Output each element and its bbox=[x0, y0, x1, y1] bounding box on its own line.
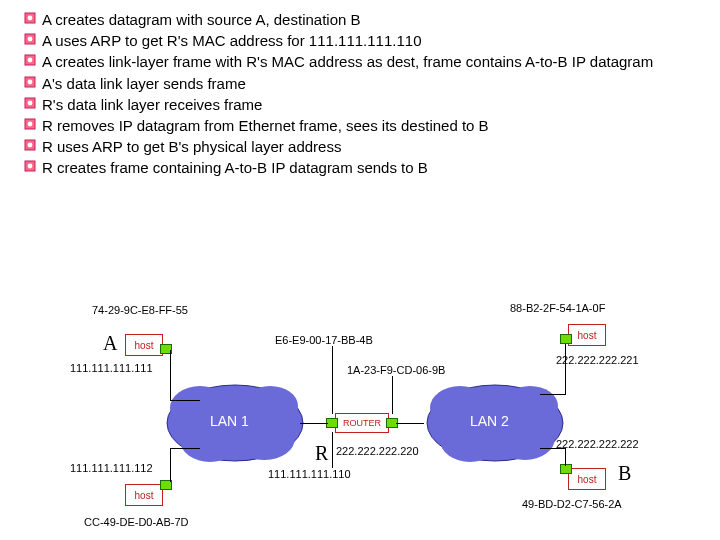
wire bbox=[332, 346, 333, 414]
bullet-item: A uses ARP to get R's MAC address for 11… bbox=[24, 31, 700, 50]
label-b: B bbox=[618, 462, 631, 485]
bullet-text: R's data link layer receives frame bbox=[42, 95, 700, 114]
host-tr: host bbox=[568, 324, 606, 346]
host-a: host bbox=[125, 334, 163, 356]
wire bbox=[540, 448, 566, 449]
wire bbox=[396, 423, 424, 424]
svg-point-5 bbox=[28, 58, 33, 63]
bullet-icon bbox=[24, 54, 42, 66]
bullet-icon bbox=[24, 97, 42, 109]
svg-point-3 bbox=[28, 37, 33, 42]
router: ROUTER bbox=[335, 413, 389, 433]
nic-tr bbox=[560, 334, 572, 344]
bullet-text: R uses ARP to get B's physical layer add… bbox=[42, 137, 700, 156]
bullet-text: A's data link layer sends frame bbox=[42, 74, 700, 93]
wire bbox=[170, 350, 171, 400]
svg-point-9 bbox=[28, 100, 33, 105]
ip-r-left: 111.111.111.110 bbox=[268, 468, 351, 480]
bullet-item: R creates frame containing A-to-B IP dat… bbox=[24, 158, 700, 177]
bullet-item: R's data link layer receives frame bbox=[24, 95, 700, 114]
svg-point-1 bbox=[28, 16, 33, 21]
router-text: ROUTER bbox=[343, 418, 381, 428]
wire bbox=[392, 376, 393, 414]
svg-point-13 bbox=[28, 143, 33, 148]
bullet-icon bbox=[24, 12, 42, 24]
bullet-text: A uses ARP to get R's MAC address for 11… bbox=[42, 31, 700, 50]
mac-a: 74-29-9C-E8-FF-55 bbox=[92, 304, 188, 316]
bullet-icon bbox=[24, 118, 42, 130]
wire bbox=[170, 448, 171, 482]
ip-r-right: 222.222.222.220 bbox=[336, 445, 419, 457]
wire bbox=[540, 394, 566, 395]
mac-tr: 88-B2-2F-54-1A-0F bbox=[510, 302, 605, 314]
host-2-text: host bbox=[135, 490, 154, 501]
nic-b bbox=[560, 464, 572, 474]
host-b: host bbox=[568, 468, 606, 490]
svg-point-15 bbox=[28, 164, 33, 169]
svg-point-11 bbox=[28, 122, 33, 127]
bullet-list: A creates datagram with source A, destin… bbox=[0, 0, 720, 178]
host-tr-text: host bbox=[578, 330, 597, 341]
bullet-item: R removes IP datagram from Ethernet fram… bbox=[24, 116, 700, 135]
mac-b: 49-BD-D2-C7-56-2A bbox=[522, 498, 622, 510]
wire bbox=[170, 400, 200, 401]
host-a-text: host bbox=[135, 340, 154, 351]
wire bbox=[565, 344, 566, 394]
host-2: host bbox=[125, 484, 163, 506]
lan1-label: LAN 1 bbox=[210, 413, 249, 429]
label-a: A bbox=[103, 332, 117, 355]
bullet-item: A creates link-layer frame with R's MAC … bbox=[24, 52, 700, 71]
bullet-text: R removes IP datagram from Ethernet fram… bbox=[42, 116, 700, 135]
bullet-text: R creates frame containing A-to-B IP dat… bbox=[42, 158, 700, 177]
bullet-text: A creates datagram with source A, destin… bbox=[42, 10, 700, 29]
mac-r-right: 1A-23-F9-CD-06-9B bbox=[347, 364, 445, 376]
host-b-text: host bbox=[578, 474, 597, 485]
mac-host2: CC-49-DE-D0-AB-7D bbox=[84, 516, 189, 528]
bullet-icon bbox=[24, 33, 42, 45]
label-r: R bbox=[315, 442, 328, 465]
bullet-item: A's data link layer sends frame bbox=[24, 74, 700, 93]
wire bbox=[565, 448, 566, 466]
wire bbox=[170, 448, 200, 449]
bullet-icon bbox=[24, 76, 42, 88]
svg-point-7 bbox=[28, 79, 33, 84]
bullet-text: A creates link-layer frame with R's MAC … bbox=[42, 52, 700, 71]
mac-r-left: E6-E9-00-17-BB-4B bbox=[275, 334, 373, 346]
wire bbox=[300, 423, 328, 424]
bullet-icon bbox=[24, 160, 42, 172]
ip-a: 111.111.111.111 bbox=[70, 362, 153, 374]
wire bbox=[332, 432, 333, 468]
network-diagram: LAN 1 LAN 2 host A 74-29-9C-E8-FF-55 111… bbox=[70, 298, 700, 538]
ip-tr: 222.222.222.221 bbox=[556, 354, 639, 366]
bullet-item: A creates datagram with source A, destin… bbox=[24, 10, 700, 29]
lan2-label: LAN 2 bbox=[470, 413, 509, 429]
ip-b: 222.222.222.222 bbox=[556, 438, 639, 450]
bullet-icon bbox=[24, 139, 42, 151]
bullet-item: R uses ARP to get B's physical layer add… bbox=[24, 137, 700, 156]
ip-host2: 111.111.111.112 bbox=[70, 462, 153, 474]
